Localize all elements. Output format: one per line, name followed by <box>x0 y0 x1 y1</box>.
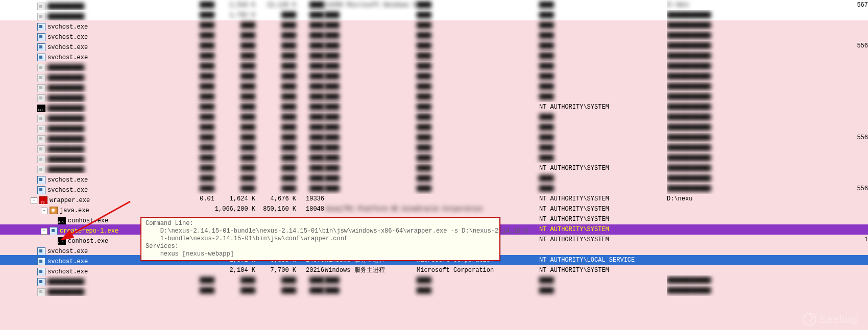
path-cell <box>667 214 868 224</box>
pid-cell: ████ <box>296 163 324 173</box>
process-row-redacted[interactable]: ████████████████████████████████████████… <box>0 112 868 122</box>
path-cell: ████████████ <box>667 286 868 296</box>
generic-icon <box>37 84 45 92</box>
working-set-cell: ████ <box>255 10 296 20</box>
process-name-cell[interactable]: svchost.exe <box>0 184 174 194</box>
process-name-cell[interactable]: ██████████ <box>0 92 174 102</box>
process-row-redacted[interactable]: ████████████████████████████████████████… <box>0 122 868 133</box>
process-name-cell[interactable]: ██████████ <box>0 153 174 163</box>
private-bytes-cell: ████ <box>214 41 255 51</box>
private-bytes-cell: ████ <box>214 82 255 92</box>
process-row-redacted[interactable]: ████████████████████████████████████████… <box>0 92 868 102</box>
process-name-cell[interactable]: svchost.exe <box>0 51 174 61</box>
process-name: svchost.exe <box>47 53 88 61</box>
private-bytes-cell: 1,066,200 K <box>214 204 255 214</box>
process-name: ██████████ <box>47 144 84 153</box>
process-name-cell[interactable]: svchost.exe <box>0 20 174 31</box>
pid-cell: ████ <box>296 71 324 82</box>
process-name-cell[interactable]: ██████████ <box>0 82 174 92</box>
process-name-cell[interactable]: ██████████ <box>0 122 174 133</box>
process-name-cell[interactable]: ██████████ <box>0 102 174 112</box>
process-row-redacted[interactable]: ██████████████1,792 K███████████████████… <box>0 10 868 20</box>
working-set-cell: ████ <box>255 122 296 133</box>
company-cell: ████ <box>417 112 539 122</box>
process-tooltip: Command Line: D:\nexus-2.14.15-01-bundle… <box>140 217 500 261</box>
process-name-cell[interactable]: svchost.exe <box>0 265 174 275</box>
private-bytes-cell: 1,792 K <box>214 10 255 20</box>
tree-collapse-icon[interactable]: − <box>41 228 47 235</box>
process-name-cell[interactable]: −java.exe <box>0 204 174 214</box>
description-cell: ████ <box>325 61 417 71</box>
process-name-cell[interactable]: ██████████ <box>0 286 174 296</box>
process-row-svchost[interactable]: svchost.exe█████████████████████████████… <box>0 184 868 194</box>
process-row-svchost[interactable]: svchost.exe2,104 K7,700 K20216Windows 服务… <box>0 265 868 275</box>
path-cell <box>667 265 868 275</box>
cpu-cell: ████ <box>174 71 214 82</box>
process-name-cell[interactable]: ██████████ <box>0 275 174 286</box>
description-cell: ████ <box>325 286 417 296</box>
cpu-cell: ████ <box>174 163 214 173</box>
process-row-svchost[interactable]: svchost.exe█████████████████████████████… <box>0 20 868 31</box>
process-row-redacted[interactable]: ████████████████████████████████████████… <box>0 71 868 82</box>
process-row-svchost[interactable]: svchost.exe█████████████████████████████… <box>0 51 868 61</box>
process-row-redacted[interactable]: ████████████████████████████████████████… <box>0 82 868 92</box>
process-row-svchost[interactable]: svchost.exe█████████████████████████████… <box>0 31 868 41</box>
process-row-redacted[interactable]: ████████████████████████████████████████… <box>0 275 868 286</box>
process-row-redacted[interactable]: ████████████████████████████████████████… <box>0 286 868 296</box>
tooltip-service-name: nexus [nexus-webapp] <box>146 250 234 258</box>
process-name-cell[interactable]: ██████████ <box>0 0 174 10</box>
process-row-redacted[interactable]: ████████████████████████████████████████… <box>0 61 868 71</box>
process-name-cell[interactable]: svchost.exe <box>0 173 174 184</box>
process-name: java.exe <box>60 206 89 214</box>
user-cell: ████ <box>539 286 667 296</box>
process-name-cell[interactable]: svchost.exe <box>0 41 174 51</box>
process-name-cell[interactable]: ██████████ <box>0 112 174 122</box>
process-row-wrapper[interactable]: −wrapper.exe0.011,624 K4,676 K19336NT AU… <box>0 194 868 204</box>
company-cell: ████ <box>417 133 539 143</box>
process-row-redacted[interactable]: ██████████████████████████████████NT AUT… <box>0 102 868 112</box>
process-row-redacted[interactable]: ████████████████████████████████████████… <box>0 143 868 153</box>
generic-icon <box>37 125 45 133</box>
description-cell: ████ <box>325 92 417 102</box>
company-cell: ████ <box>417 71 539 82</box>
working-set-cell: ████ <box>255 71 296 82</box>
process-name: ██████████ <box>47 124 84 133</box>
process-name-cell[interactable]: −wrapper.exe <box>0 194 174 204</box>
process-name: ██████████ <box>47 277 84 286</box>
pid-cell: ████ <box>296 122 324 133</box>
tree-collapse-icon[interactable]: − <box>41 208 47 214</box>
path-cell <box>667 204 868 214</box>
tree-collapse-icon[interactable]: − <box>31 197 37 204</box>
process-name: svchost.exe <box>47 246 88 255</box>
tooltip-cmdline-label: Command Line: <box>146 220 194 227</box>
process-name-cell[interactable]: ██████████ <box>0 143 174 153</box>
process-row-redacted[interactable]: ██████████████████████████████████NT AUT… <box>0 163 868 173</box>
process-row-redacted[interactable]: ████████████████████████████████████████… <box>0 153 868 163</box>
private-bytes-cell: ████ <box>214 112 255 122</box>
svc-icon <box>37 258 45 265</box>
working-set-cell: ████ <box>255 184 296 194</box>
process-name-cell[interactable]: ██████████ <box>0 61 174 71</box>
process-name-cell[interactable]: svchost.exe <box>0 31 174 41</box>
company-cell: ████ <box>417 275 539 286</box>
pid-cell: 18048 <box>296 204 324 214</box>
company-cell: ████ <box>417 102 539 112</box>
process-name-cell[interactable]: ██████████ <box>0 163 174 173</box>
process-row-redacted[interactable]: ████████████████████████████████████████… <box>0 133 868 143</box>
watermark: Seebug <box>803 313 858 326</box>
process-row-java[interactable]: −java.exe1,066,200 K850,160 K18048Java(T… <box>0 204 868 214</box>
process-name-cell[interactable]: ██████████ <box>0 71 174 82</box>
user-cell: NT AUTHORITY\SYSTEM <box>539 235 667 245</box>
pid-cell: ████ <box>296 286 324 296</box>
process-row-svchost[interactable]: svchost.exe█████████████████████████████… <box>0 41 868 51</box>
pid-cell: ████ <box>296 92 324 102</box>
cpu-cell: ████ <box>174 51 214 61</box>
process-name-cell[interactable]: ██████████ <box>0 133 174 143</box>
process-explorer-grid[interactable]: ██████████████2,544 K13,128 K████14280 M… <box>0 0 868 330</box>
process-name-cell[interactable]: ██████████ <box>0 10 174 20</box>
process-row-svchost[interactable]: svchost.exe█████████████████████████████… <box>0 173 868 184</box>
svc-icon <box>37 33 45 41</box>
pid-cell: ████ <box>296 51 324 61</box>
cpu-cell: 0.01 <box>174 194 214 204</box>
process-row-redacted[interactable]: ██████████████2,544 K13,128 K████14280 M… <box>0 0 868 10</box>
